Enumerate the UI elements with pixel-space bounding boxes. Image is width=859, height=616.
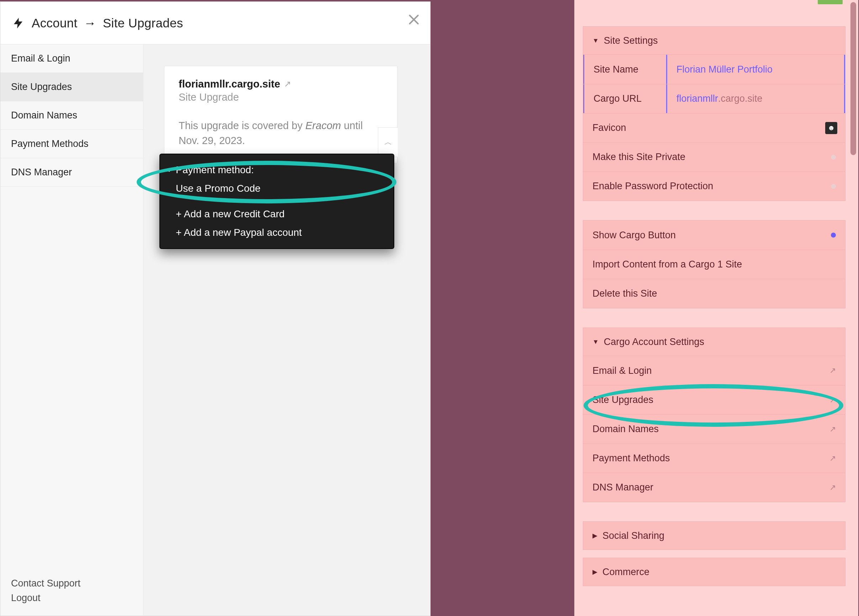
favicon-preview-icon: ☻ bbox=[825, 122, 837, 134]
site-settings-header[interactable]: ▼ Site Settings bbox=[583, 27, 845, 55]
group-site-misc: Show Cargo Button Import Content from a … bbox=[583, 220, 845, 308]
group-social-sharing: ▶ Social Sharing bbox=[583, 521, 845, 550]
settings-panel: ▼ Site Settings Site Name Florian Müller… bbox=[574, 0, 858, 616]
external-link-icon: ↗ bbox=[829, 425, 836, 434]
external-link-icon: ↗ bbox=[829, 483, 836, 492]
cargo-url-value[interactable]: florianmllr.cargo.site bbox=[667, 84, 845, 113]
group-commerce: ▶ Commerce bbox=[583, 558, 845, 586]
chevron-up-icon[interactable]: ︿ bbox=[378, 127, 398, 157]
external-link-icon: ↗ bbox=[829, 366, 836, 375]
site-name-label: Site Name bbox=[583, 55, 667, 84]
cargo-lightning-icon bbox=[10, 15, 26, 31]
account-side-nav: Email & Login Site Upgrades Domain Names… bbox=[0, 44, 144, 616]
account-modal: Account → Site Upgrades Email & Login Si… bbox=[0, 2, 431, 616]
site-domain[interactable]: florianmllr.cargo.site bbox=[179, 78, 280, 90]
row-cargo-url[interactable]: Cargo URL florianmllr.cargo.site bbox=[583, 84, 845, 113]
acct-row-email-login[interactable]: Email & Login ↗ bbox=[583, 356, 845, 385]
close-icon[interactable] bbox=[407, 12, 421, 27]
cargo-url-label: Cargo URL bbox=[583, 84, 667, 113]
group-account-settings: ▼ Cargo Account Settings Email & Login ↗… bbox=[583, 327, 845, 502]
upgrade-covered-text: This upgrade is covered by Eracom until … bbox=[179, 118, 383, 148]
row-site-name[interactable]: Site Name Florian Müller Portfolio bbox=[583, 55, 845, 84]
nav-item-domain-names[interactable]: Domain Names bbox=[0, 101, 143, 130]
triangle-right-icon: ▶ bbox=[592, 532, 597, 540]
payment-method-dropdown: ✓ Payment method: ✓ Use a Promo Code ✓ +… bbox=[159, 154, 394, 249]
social-sharing-header[interactable]: ▶ Social Sharing bbox=[583, 521, 845, 550]
row-show-cargo-button[interactable]: Show Cargo Button bbox=[583, 220, 845, 250]
breadcrumb-arrow-icon: → bbox=[84, 16, 97, 30]
group-site-settings: ▼ Site Settings Site Name Florian Müller… bbox=[583, 27, 845, 201]
toggle-on-icon[interactable] bbox=[831, 232, 836, 238]
nav-item-site-upgrades[interactable]: Site Upgrades bbox=[0, 73, 143, 101]
row-delete-site[interactable]: Delete this Site bbox=[583, 279, 845, 308]
triangle-right-icon: ▶ bbox=[592, 568, 597, 576]
external-link-icon[interactable]: ↗ bbox=[284, 79, 291, 89]
nav-item-email-login[interactable]: Email & Login bbox=[0, 44, 143, 73]
row-favicon[interactable]: Favicon ☻ bbox=[583, 113, 845, 142]
check-icon: ✓ bbox=[167, 165, 176, 175]
publish-indicator[interactable] bbox=[818, 0, 843, 4]
nav-item-dns-manager[interactable]: DNS Manager bbox=[0, 158, 143, 187]
logout-link[interactable]: Logout bbox=[11, 593, 133, 604]
account-settings-header[interactable]: ▼ Cargo Account Settings bbox=[583, 327, 845, 356]
external-link-icon: ↗ bbox=[829, 396, 836, 405]
contact-support-link[interactable]: Contact Support bbox=[11, 578, 133, 589]
dropdown-item-promo-code[interactable]: ✓ Use a Promo Code bbox=[160, 179, 394, 198]
breadcrumb-root[interactable]: Account bbox=[32, 16, 78, 30]
breadcrumb: Account → Site Upgrades bbox=[32, 16, 183, 30]
acct-row-site-upgrades[interactable]: Site Upgrades ↗ bbox=[583, 385, 845, 414]
modal-header: Account → Site Upgrades bbox=[0, 2, 430, 44]
triangle-down-icon: ▼ bbox=[592, 37, 599, 44]
row-make-private[interactable]: Make this Site Private bbox=[583, 142, 845, 172]
acct-row-domain-names[interactable]: Domain Names ↗ bbox=[583, 414, 845, 443]
acct-row-payment-methods[interactable]: Payment Methods ↗ bbox=[583, 443, 845, 473]
toggle-off-icon[interactable] bbox=[831, 155, 836, 160]
nav-item-payment-methods[interactable]: Payment Methods bbox=[0, 130, 143, 158]
dropdown-item-payment-method[interactable]: ✓ Payment method: bbox=[160, 161, 394, 179]
modal-content: florianmllr.cargo.site ↗ Site Upgrade Th… bbox=[144, 44, 430, 616]
external-link-icon: ↗ bbox=[829, 454, 836, 463]
site-name-value[interactable]: Florian Müller Portfolio bbox=[667, 55, 845, 84]
site-upgrade-card: florianmllr.cargo.site ↗ Site Upgrade Th… bbox=[164, 66, 397, 163]
triangle-down-icon: ▼ bbox=[592, 338, 599, 346]
scrollbar[interactable] bbox=[850, 2, 856, 155]
acct-row-dns-manager[interactable]: DNS Manager ↗ bbox=[583, 473, 845, 502]
dropdown-item-add-paypal[interactable]: ✓ + Add a new Paypal account bbox=[160, 223, 394, 242]
upgrade-subtitle: Site Upgrade bbox=[179, 91, 383, 103]
breadcrumb-leaf: Site Upgrades bbox=[103, 16, 183, 30]
commerce-header[interactable]: ▶ Commerce bbox=[583, 558, 845, 586]
row-enable-password[interactable]: Enable Password Protection bbox=[583, 172, 845, 201]
row-import-cargo1[interactable]: Import Content from a Cargo 1 Site bbox=[583, 250, 845, 279]
toggle-off-icon[interactable] bbox=[831, 184, 836, 189]
dropdown-item-add-credit-card[interactable]: ✓ + Add a new Credit Card bbox=[160, 205, 394, 223]
